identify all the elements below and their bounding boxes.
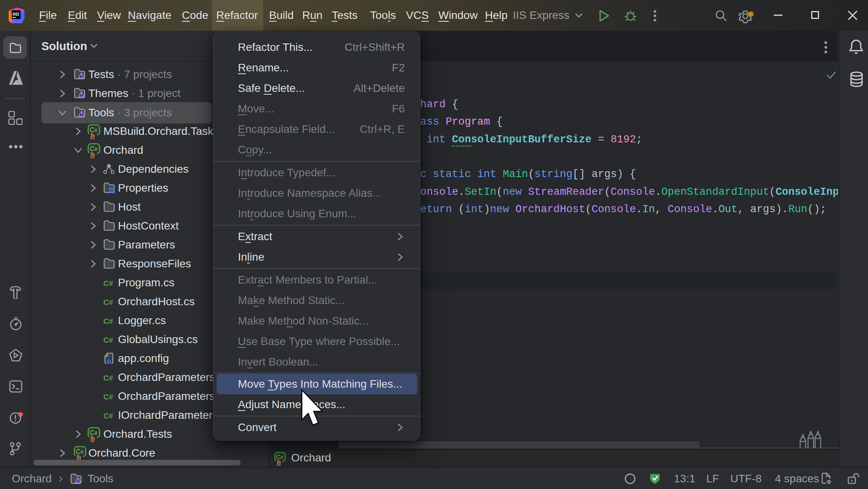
svg-text:RD: RD bbox=[13, 12, 19, 17]
